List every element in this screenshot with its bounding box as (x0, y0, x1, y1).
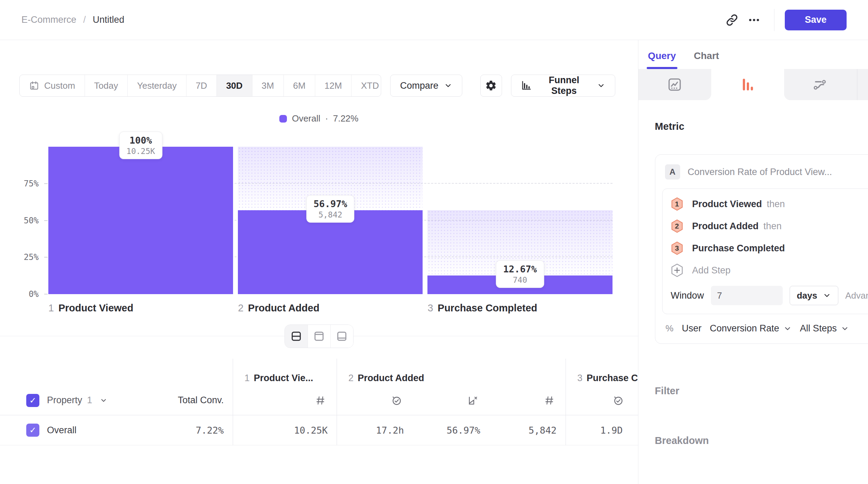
range-xtd[interactable]: XTD (351, 75, 381, 96)
breadcrumb-current-title[interactable]: Untitled (93, 14, 125, 25)
range-30d-active[interactable]: 30D (216, 75, 252, 96)
advanced-toggle[interactable]: Advanced (845, 290, 868, 301)
property-selector-cell: ✓ Property 1 (0, 386, 162, 415)
flows-icon (812, 77, 828, 93)
legend-swatch (279, 115, 287, 123)
metric-letter-badge: A (665, 164, 680, 180)
step3-time-value: 1.9D (566, 415, 638, 445)
viz-tab-insights[interactable] (638, 69, 711, 100)
funnel-bar-step-3[interactable]: 12.67% 740 (427, 147, 612, 294)
chevron-down-icon[interactable] (100, 397, 107, 404)
y-tick-75: 75% (24, 179, 39, 188)
chart-legend[interactable]: Overall · 7.22% (0, 113, 638, 124)
range-7d[interactable]: 7D (186, 75, 216, 96)
layout-chart-only-toggle[interactable] (308, 325, 330, 348)
app-header: E-Commerce / Untitled Save (0, 0, 868, 40)
group-name: Purchase C (587, 373, 638, 384)
window-value-input[interactable] (711, 286, 783, 305)
y-tickmark (44, 257, 48, 258)
step2-count-value: 5,842 (489, 415, 566, 445)
add-step-button[interactable]: Add Step (671, 259, 868, 281)
range-label: XTD (361, 80, 379, 91)
bar-percent: 100% (126, 135, 155, 146)
avg-time-icon (391, 395, 403, 406)
x-label-step-1: 1 Product Viewed (48, 302, 233, 314)
layout-split-view-toggle[interactable] (285, 325, 308, 348)
metric-heading: Metric (655, 121, 868, 132)
step3-time-column-header[interactable] (566, 386, 638, 415)
main-area: Custom Today Yesterday 7D 30D 3M 6M 12M … (0, 40, 868, 484)
range-12m[interactable]: 12M (315, 75, 351, 96)
funnel-bar-step-1[interactable]: 100% 10.25K (48, 147, 233, 294)
breakdown-section: Breakdown (655, 434, 868, 447)
range-custom[interactable]: Custom (20, 75, 85, 96)
step-number: 1 (48, 302, 54, 314)
range-today[interactable]: Today (85, 75, 127, 96)
step2-count-column-header[interactable] (489, 386, 566, 415)
step2-rate-value: 56.97% (413, 415, 489, 445)
step-name: Product Viewed (58, 302, 133, 314)
avg-time-icon (613, 395, 624, 406)
conversion-window-row: Window days Advanced (671, 285, 868, 306)
query-step-2[interactable]: 2 Product Added then (671, 215, 868, 237)
y-tick-25: 25% (24, 252, 39, 262)
step1-count-column-header[interactable] (233, 386, 337, 415)
window-label: Window (671, 290, 704, 301)
range-yesterday[interactable]: Yesterday (127, 75, 186, 96)
measure-metric-dropdown[interactable]: Conversion Rate (710, 323, 792, 334)
group-header-step-3: 3Purchase C (566, 359, 638, 386)
app-root: E-Commerce / Untitled Save Custom Today (0, 0, 868, 484)
chevron-down-icon (783, 325, 792, 333)
property-label[interactable]: Property (47, 395, 82, 406)
table-only-icon (336, 330, 348, 342)
layout-toggle-group (284, 325, 354, 348)
breakdown-label: Breakdown (655, 435, 709, 446)
more-options-button[interactable] (743, 9, 765, 31)
header-actions: Save (721, 9, 847, 31)
table-column-header-row: ✓ Property 1 Total Conv. (0, 386, 638, 415)
query-step-1[interactable]: 1 Product Viewed then (671, 193, 868, 215)
viz-tab-retention[interactable] (857, 69, 868, 100)
step-name: Purchase Completed (438, 302, 537, 314)
compare-button[interactable]: Compare (390, 75, 462, 97)
funnel-icon (740, 77, 755, 93)
breadcrumb-parent[interactable]: E-Commerce (21, 14, 76, 25)
step2-rate-column-header[interactable] (413, 386, 489, 415)
step-number: 3 (427, 302, 433, 314)
bar-value-badge: 12.67% 740 (496, 260, 544, 288)
property-index: 1 (87, 395, 92, 406)
breadcrumb: E-Commerce / Untitled (21, 14, 124, 25)
copy-link-button[interactable] (721, 9, 743, 31)
window-unit-value: days (797, 290, 817, 301)
window-unit-select[interactable]: days (790, 286, 838, 305)
funnel-steps-icon (521, 80, 531, 91)
x-label-step-2: 2 Product Added (238, 302, 423, 314)
group-header-empty (0, 359, 233, 386)
range-6m[interactable]: 6M (283, 75, 315, 96)
viz-tab-funnel-active[interactable] (711, 69, 784, 100)
tab-chart[interactable]: Chart (694, 50, 719, 69)
tab-query[interactable]: Query (648, 50, 676, 69)
measure-scope-dropdown[interactable]: All Steps (800, 323, 849, 334)
select-all-checkbox[interactable]: ✓ (26, 394, 39, 407)
total-conv-header[interactable]: Total Conv. (162, 386, 233, 415)
funnel-bar-step-2[interactable]: 56.97% 5,842 (238, 147, 423, 294)
step-event-name: Product Viewed (692, 199, 762, 209)
row-checkbox[interactable]: ✓ (26, 424, 39, 437)
visualization-picker-button[interactable]: Funnel Steps (511, 75, 615, 97)
range-3m[interactable]: 3M (252, 75, 283, 96)
x-label-step-3: 3 Purchase Completed (427, 302, 612, 314)
legend-separator: · (325, 113, 328, 124)
step2-time-column-header[interactable] (337, 386, 413, 415)
chart-settings-button[interactable] (480, 75, 502, 97)
query-step-3[interactable]: 3 Purchase Completed (671, 237, 868, 259)
group-name: Product Vie... (254, 373, 313, 384)
metric-title-row[interactable]: A Conversion Rate of Product View... (662, 163, 868, 188)
row-name: Overall (47, 425, 77, 436)
filter-label: Filter (655, 385, 679, 397)
viz-tab-flows[interactable] (784, 69, 857, 100)
save-button[interactable]: Save (785, 10, 847, 30)
layout-table-only-toggle[interactable] (330, 325, 353, 348)
measure-entity[interactable]: User (682, 323, 702, 334)
legend-series-label: Overall (292, 113, 320, 124)
